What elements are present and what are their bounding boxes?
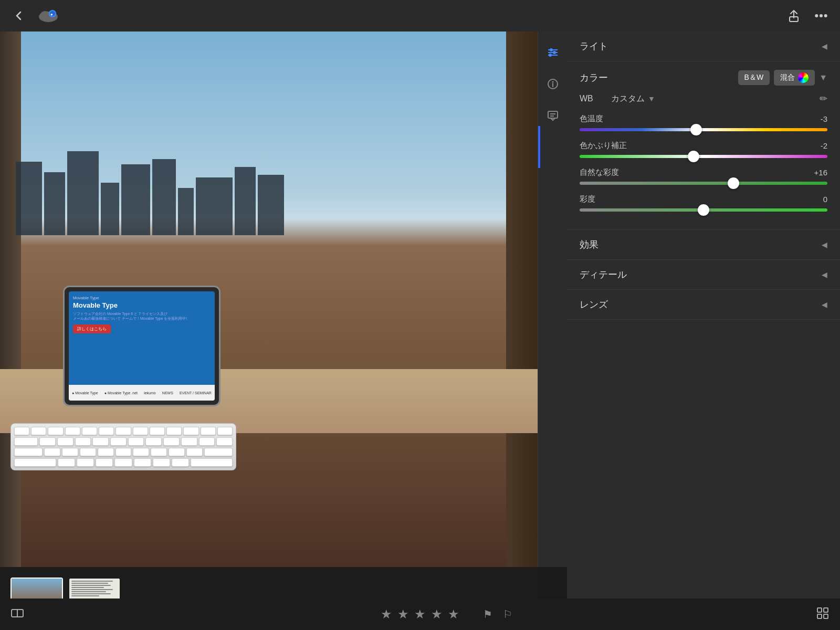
grid-view-button[interactable] [816,606,830,623]
star-5[interactable]: ★ [448,607,459,622]
svg-point-29 [549,54,552,57]
temperature-slider-row: 色温度 -3 [580,114,827,131]
bottom-controls-bar: ★ ★ ★ ★ ★ ⚑ ⚐ [0,598,840,630]
wb-value-text: カスタム [611,93,645,104]
key-shift-r [191,458,233,467]
color-buttons: B＆W 混合 ▼ [738,70,827,86]
light-section-label: ライト [580,40,608,52]
saturation-thumb[interactable] [698,204,709,216]
color-wheel-icon [798,72,808,83]
star-2[interactable]: ★ [397,607,409,622]
key [151,448,167,456]
saturation-label: 彩度 [580,194,595,204]
detail-section-header[interactable]: ディテール ◀ [567,260,840,290]
color-dropdown-chevron[interactable]: ▼ [819,73,827,82]
wb-value-container[interactable]: カスタム ▼ [611,93,820,104]
tint-track[interactable] [580,155,827,158]
temperature-track[interactable] [580,128,827,131]
key [116,448,132,456]
flag-reject-button[interactable]: ⚐ [503,608,512,621]
color-section: カラー B＆W 混合 ▼ WB カスタム ▼ ✏ [567,61,840,230]
light-section-chevron: ◀ [822,42,827,50]
key [48,427,63,435]
key [44,448,60,456]
building-6 [152,159,176,235]
key [110,437,127,446]
wb-eyedropper-icon[interactable]: ✏ [820,93,827,104]
tint-label: 色かぶり補正 [580,141,627,151]
temperature-slider-header: 色温度 -3 [580,114,827,124]
share-button[interactable] [785,7,802,24]
detail-section-chevron: ◀ [822,270,827,279]
star-3[interactable]: ★ [414,607,426,622]
svg-point-27 [550,48,553,51]
key [98,448,114,456]
key [150,427,165,435]
effects-section-header[interactable]: 効果 ◀ [567,230,840,260]
right-side-tools [538,32,567,567]
adjust-sliders-button[interactable] [542,42,563,63]
svg-rect-41 [824,614,828,618]
key [65,427,80,435]
building-10 [258,175,284,235]
photo-area: Movable Type Movable Type ソフトウェア会社の Mova… [0,32,538,567]
vibrance-slider-header: 自然な彩度 +16 [580,167,827,177]
building-5 [121,164,150,235]
building-9 [235,167,256,235]
star-1[interactable]: ★ [381,607,392,622]
vibrance-label: 自然な彩度 [580,167,619,177]
temperature-thumb[interactable] [690,124,702,135]
ipad-site-title: Movable Type [73,301,211,309]
flag-pick-button[interactable]: ⚑ [483,608,492,621]
vibrance-value: +16 [808,168,827,177]
svg-rect-38 [817,608,822,612]
light-section-header[interactable]: ライト ◀ [567,32,840,61]
bw-button[interactable]: B＆W [738,70,770,85]
key [153,458,170,467]
effects-section-chevron: ◀ [822,240,827,249]
wb-row: WB カスタム ▼ ✏ [580,93,827,104]
key [199,437,215,446]
comment-button[interactable] [542,105,563,126]
key [128,437,144,446]
tint-slider-row: 色かぶり補正 -2 [580,141,827,158]
star-4[interactable]: ★ [431,607,443,622]
key [216,437,233,446]
vibrance-track[interactable] [580,182,827,185]
info-button[interactable] [542,74,563,94]
key [145,437,162,446]
compare-button[interactable] [10,606,24,623]
saturation-slider-header: 彩度 0 [580,194,827,204]
bottom-left-controls [10,606,24,623]
key-row-2 [14,437,233,446]
ipad-nav-1: ● Movable Type [72,391,98,395]
mix-button[interactable]: 混合 [774,70,815,86]
doc-line [71,593,111,594]
key-row-4 [14,458,233,467]
key [133,448,149,456]
ipad-nav-2: ● Movable Type .net [104,391,138,395]
ipad-nav-news: NEWS [162,391,173,395]
key [169,448,185,456]
ipad-nav-3: lekumo [144,391,156,395]
tint-thumb[interactable] [688,151,699,162]
more-button[interactable] [813,7,830,24]
back-button[interactable] [10,7,27,24]
photo-canvas: Movable Type Movable Type ソフトウェア会社の Mova… [0,32,538,567]
lens-section-header[interactable]: レンズ ◀ [567,290,840,320]
doc-line [71,595,99,596]
cloud-sync-icon[interactable]: ● [37,7,60,24]
panel-content[interactable]: ライト ◀ カラー B＆W 混合 ▼ WB カスタム [567,32,840,598]
ipad-bottom-bar: ● Movable Type ● Movable Type .net lekum… [69,385,215,401]
key [183,427,198,435]
ipad-screen: Movable Type Movable Type ソフトウェア会社の Mova… [69,291,215,401]
vibrance-thumb[interactable] [728,177,739,189]
bottom-right-controls [816,606,830,623]
key [134,458,151,467]
saturation-track[interactable] [580,208,827,212]
key [92,437,109,446]
topbar-right [785,7,830,24]
svg-point-9 [824,14,827,17]
key [114,458,132,467]
saturation-value: 0 [808,195,827,204]
